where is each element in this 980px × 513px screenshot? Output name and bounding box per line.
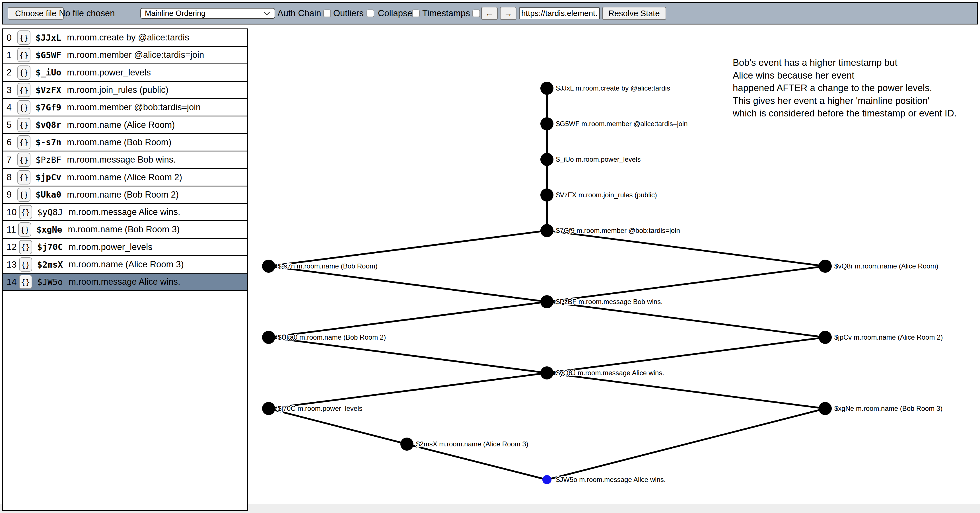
view-json-button[interactable]: {} [18,83,30,97]
event-row[interactable]: 10{}$yQ8Jm.room.message Alice wins. [3,204,247,221]
event-row-index: 10 [6,207,17,218]
tardis-app: $JJxL m.room.create by @alice:tardis$G5W… [0,0,980,513]
dag-node[interactable] [540,366,554,379]
explanation-line: happened AFTER a change to the power lev… [733,82,957,94]
dag-node[interactable] [819,402,832,415]
view-json-button[interactable]: {} [18,48,30,62]
dag-edge [407,444,547,480]
server-url-input[interactable] [519,7,600,19]
event-row[interactable]: 5{}$vQ8rm.room.name (Alice Room) [3,116,247,134]
event-row[interactable]: 11{}$xgNem.room.name (Bob Room 3) [3,221,247,239]
dag-node[interactable] [262,331,275,344]
view-json-button[interactable]: {} [19,257,32,272]
event-description: m.room.member @bob:tardis=join [67,102,200,112]
checkbox-label-outliers: Outliers [333,8,364,19]
forward-button[interactable]: → [500,7,517,20]
event-row-index: 0 [6,32,15,43]
dag-node[interactable] [262,402,275,415]
dag-edge [547,231,825,266]
event-row-index: 13 [6,259,17,270]
view-json-button[interactable]: {} [18,188,30,202]
view-json-button[interactable]: {} [18,118,30,132]
event-row-index: 3 [6,85,15,96]
dag-node-label: $2msX m.room.name (Alice Room 3) [416,440,528,448]
view-json-button[interactable]: {} [18,135,30,150]
view-json-button[interactable]: {} [18,153,30,167]
dag-node[interactable] [540,117,554,131]
checkbox-outliers[interactable] [366,10,374,18]
checkbox-label-auth-chain: Auth Chain [277,8,321,19]
dag-node[interactable] [400,438,414,451]
dag-node[interactable] [262,260,275,273]
event-id: $Uka0 [35,190,61,199]
event-id: $VzFX [35,85,61,95]
event-row[interactable]: 7{}$PzBFm.room.message Bob wins. [3,151,247,169]
explanation-line: Alice wins because her event [733,69,957,82]
dag-node[interactable] [540,224,554,237]
event-row[interactable]: 3{}$VzFXm.room.join_rules (public) [3,82,247,99]
explanation-text: Bob's event has a higher timestamp butAl… [733,56,957,120]
choose-file-button[interactable]: Choose file [8,7,64,20]
dag-node[interactable] [540,153,554,166]
event-row[interactable]: 14{}$JW5om.room.message Alice wins. [3,274,247,291]
view-json-button[interactable]: {} [19,275,32,289]
view-json-button[interactable]: {} [18,65,30,80]
view-json-button[interactable]: {} [18,170,30,185]
event-description: m.room.name (Bob Room 2) [67,190,179,200]
event-row-index: 4 [6,102,15,113]
dag-node-label: $G5WF m.room.member @alice:tardis=join [556,120,688,127]
event-description: m.room.name (Bob Room) [67,137,171,147]
dag-node-label: $Uka0 m.room.name (Bob Room 2) [278,333,386,341]
event-row[interactable]: 13{}$2msXm.room.name (Alice Room 3) [3,256,247,274]
event-description: m.room.message Bob wins. [67,155,175,165]
view-json-button[interactable]: {} [18,222,31,237]
dag-node-label: $_iUo m.room.power_levels [556,155,641,163]
event-row[interactable]: 0{}$JJxLm.room.create by @alice:tardis [3,29,247,47]
view-json-button[interactable]: {} [18,30,30,45]
event-row[interactable]: 6{}$-s7nm.room.name (Bob Room) [3,134,247,151]
event-id: $2msX [37,260,63,269]
event-id: $xgNe [37,225,62,234]
event-row[interactable]: 12{}$j70Cm.room.power_levels [3,239,247,256]
back-button[interactable]: ← [481,7,498,20]
dag-edge [547,337,825,373]
dag-node[interactable] [819,331,832,344]
resolve-state-button[interactable]: Resolve State [602,7,666,20]
view-json-button[interactable]: {} [19,240,32,254]
event-row[interactable]: 4{}$7Gf9m.room.member @bob:tardis=join [3,99,247,116]
event-id: $JJxL [35,33,61,43]
dag-node[interactable] [540,82,554,95]
checkbox-auth-chain[interactable] [323,10,331,18]
view-json-button[interactable]: {} [18,100,30,115]
dag-node[interactable] [540,295,554,308]
dag-node[interactable] [540,188,554,202]
view-json-button[interactable]: {} [19,205,32,219]
dag-node-selected[interactable] [542,475,552,484]
event-description: m.room.message Alice wins. [68,277,180,287]
event-id: $7Gf9 [35,102,61,112]
event-description: m.room.name (Bob Room 3) [68,224,180,234]
event-description: m.room.name (Alice Room) [67,120,175,130]
event-row[interactable]: 8{}$jpCvm.room.name (Alice Room 2) [3,169,247,186]
dag-edge [269,337,547,373]
dag-node-label: $JJxL m.room.create by @alice:tardis [556,84,670,92]
event-description: m.room.power_levels [67,67,151,78]
file-status-text: No file chosen [59,8,115,19]
explanation-line: This gives her event a higher 'mainline … [733,94,957,107]
toolbar: Choose file No file chosen Mainline Orde… [2,2,978,24]
event-row[interactable]: 9{}$Uka0m.room.name (Bob Room 2) [3,186,247,204]
dag-edge [547,373,825,408]
event-description: m.room.join_rules (public) [67,85,169,95]
dag-node-label: $PzBF m.room.message Bob wins. [556,298,663,306]
event-row[interactable]: 2{}$_iUom.room.power_levels [3,64,247,82]
ordering-select[interactable]: Mainline Ordering [140,8,275,19]
event-row-index: 6 [6,137,15,147]
dag-node[interactable] [819,260,832,273]
event-row-index: 5 [6,119,15,130]
event-id: $j70C [37,242,63,252]
checkbox-timestamps[interactable] [473,10,480,18]
checkbox-collapse[interactable] [412,10,420,18]
event-row[interactable]: 1{}$G5WFm.room.member @alice:tardis=join [3,47,247,64]
dag-edge [269,373,547,408]
event-id: $_iUo [35,67,61,77]
